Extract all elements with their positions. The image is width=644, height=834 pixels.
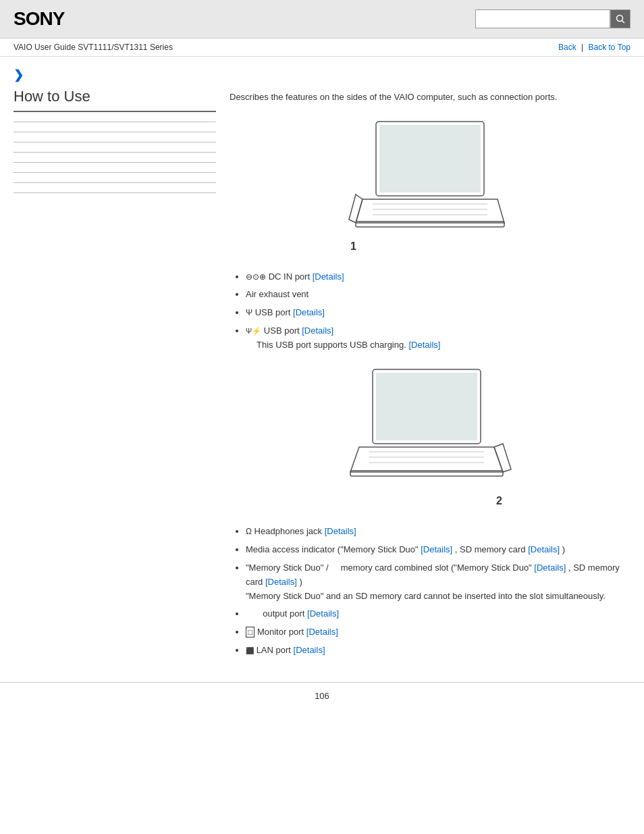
dc-icon: ⊖⊙⊕ bbox=[246, 272, 266, 282]
feature-list-1: ⊖⊙⊕ DC IN port [Details] Air exhaust ven… bbox=[230, 270, 630, 353]
usb2-icon: Ψ⚡ bbox=[246, 327, 261, 335]
feature-item-dc: ⊖⊙⊕ DC IN port [Details] bbox=[246, 270, 630, 284]
usb2-text: USB port bbox=[264, 325, 302, 336]
back-to-top-link[interactable]: Back to Top bbox=[589, 43, 630, 52]
feature-item-usb1: Ψ USB port [Details] bbox=[246, 306, 630, 320]
nav-links: Back | Back to Top bbox=[558, 43, 630, 52]
usb1-details-link[interactable]: [Details] bbox=[293, 307, 325, 317]
search-input[interactable] bbox=[475, 9, 610, 28]
svg-marker-18 bbox=[494, 444, 511, 472]
media-sd-details-link[interactable]: [Details] bbox=[528, 544, 560, 554]
output-text: output port bbox=[246, 608, 307, 619]
media-ms-details-link[interactable]: [Details] bbox=[421, 544, 452, 554]
feature-item-usb2: Ψ⚡ USB port [Details] This USB port supp… bbox=[246, 324, 630, 353]
back-link[interactable]: Back bbox=[558, 43, 576, 52]
svg-rect-5 bbox=[356, 221, 504, 227]
sidebar-divider-2 bbox=[14, 132, 216, 132]
laptop-image-1: 1 bbox=[230, 115, 630, 257]
dc-text: DC IN port bbox=[269, 271, 313, 282]
headphones-details-link[interactable]: [Details] bbox=[325, 526, 356, 536]
nav-bar: VAIO User Guide SVT1111/SVT1311 Series B… bbox=[0, 38, 644, 57]
laptop-svg-2: 2 bbox=[336, 363, 525, 511]
dc-details-link[interactable]: [Details] bbox=[313, 271, 344, 282]
laptop-svg-1: 1 bbox=[336, 115, 525, 257]
nav-separator: | bbox=[581, 43, 583, 52]
feature-item-monitor: □ Monitor port [Details] bbox=[246, 625, 630, 640]
search-button[interactable] bbox=[610, 9, 630, 28]
sidebar: How to Use bbox=[14, 88, 216, 669]
svg-marker-13 bbox=[350, 447, 503, 472]
laptop-image-2: 2 bbox=[230, 363, 630, 511]
feature-item-headphones: Ω Headphones jack [Details] bbox=[246, 525, 630, 539]
svg-marker-9 bbox=[349, 194, 363, 223]
headphones-icon: Ω bbox=[246, 527, 252, 536]
content-description: Describes the features on the sides of t… bbox=[230, 90, 630, 104]
svg-marker-4 bbox=[356, 199, 504, 223]
monitor-text: Monitor port bbox=[257, 627, 306, 637]
sidebar-title: How to Use bbox=[14, 88, 216, 112]
monitor-details-link[interactable]: [Details] bbox=[306, 627, 338, 637]
lan-details-link[interactable]: [Details] bbox=[294, 645, 325, 655]
guide-title: VAIO User Guide SVT1111/SVT1311 Series bbox=[14, 43, 173, 52]
feature-list-2: Ω Headphones jack [Details] Media access… bbox=[230, 525, 630, 657]
usb2-charging-details-link[interactable]: [Details] bbox=[408, 340, 440, 350]
svg-rect-14 bbox=[350, 471, 503, 476]
sidebar-divider-7 bbox=[14, 182, 216, 183]
headphones-text: Headphones jack bbox=[254, 526, 325, 536]
sidebar-divider-6 bbox=[14, 172, 216, 173]
sony-logo: SONY bbox=[14, 8, 64, 30]
slot-sd-details-link[interactable]: [Details] bbox=[265, 577, 297, 587]
feature-item-media: Media access indicator ("Memory Stick Du… bbox=[246, 543, 630, 557]
exhaust-text: Air exhaust vent bbox=[246, 289, 308, 299]
svg-rect-3 bbox=[379, 125, 481, 192]
lan-text: LAN port bbox=[257, 645, 294, 655]
sidebar-divider-8 bbox=[14, 192, 216, 193]
svg-rect-12 bbox=[376, 373, 477, 440]
svg-text:1: 1 bbox=[350, 240, 356, 252]
sidebar-divider-5 bbox=[14, 162, 216, 163]
breadcrumb-area: ❯ bbox=[0, 57, 644, 88]
sidebar-divider-1 bbox=[14, 122, 216, 122]
media-separator: , SD memory card bbox=[455, 544, 528, 554]
feature-item-slot: "Memory Stick Duo" / memory card combine… bbox=[246, 561, 630, 603]
page-number: 106 bbox=[315, 691, 329, 701]
usb2-details-link[interactable]: [Details] bbox=[302, 325, 333, 336]
slot-ms-details-link[interactable]: [Details] bbox=[534, 563, 566, 573]
breadcrumb-arrow: ❯ bbox=[14, 68, 24, 82]
media-text: Media access indicator ("Memory Stick Du… bbox=[246, 544, 421, 554]
usb1-text: USB port bbox=[255, 307, 293, 317]
footer: 106 bbox=[0, 682, 644, 709]
svg-line-1 bbox=[622, 21, 625, 24]
monitor-icon: □ bbox=[246, 627, 254, 637]
svg-point-0 bbox=[617, 16, 623, 22]
usb1-icon: Ψ bbox=[246, 308, 252, 317]
header: SONY bbox=[0, 0, 644, 38]
sidebar-divider-3 bbox=[14, 142, 216, 142]
lan-icon: ⬛ bbox=[246, 647, 254, 654]
media-close: ) bbox=[562, 544, 565, 554]
feature-item-lan: ⬛ LAN port [Details] bbox=[246, 644, 630, 658]
svg-text:2: 2 bbox=[496, 495, 502, 506]
search-icon bbox=[616, 14, 625, 24]
output-details-link[interactable]: [Details] bbox=[307, 608, 339, 619]
content-area: Describes the features on the sides of t… bbox=[230, 88, 630, 669]
feature-item-output: output port [Details] bbox=[246, 607, 630, 621]
usb2-subtext: This USB port supports USB charging. bbox=[246, 340, 408, 350]
search-area bbox=[475, 9, 630, 28]
slot-subtext: "Memory Stick Duo" and an SD memory card… bbox=[246, 591, 606, 601]
slot-text: "Memory Stick Duo" / memory card combine… bbox=[246, 563, 534, 573]
slot-close: ) bbox=[300, 577, 302, 587]
main-layout: How to Use Describes the features on the… bbox=[0, 88, 644, 669]
sidebar-divider-4 bbox=[14, 152, 216, 153]
feature-item-exhaust: Air exhaust vent bbox=[246, 288, 630, 302]
